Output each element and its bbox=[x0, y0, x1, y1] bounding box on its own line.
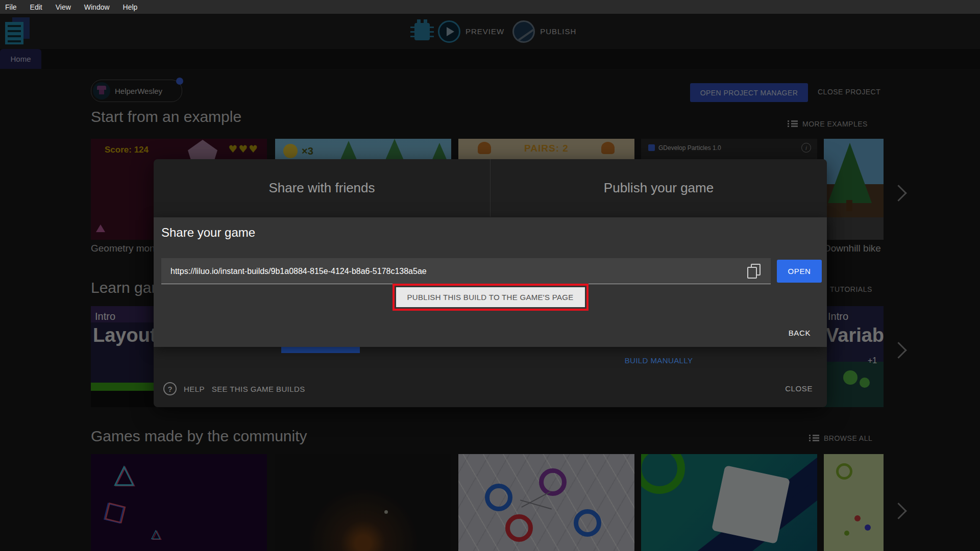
share-your-game-dialog: Share your game OPEN PUBLISH THIS BUILD … bbox=[154, 217, 827, 347]
menu-view[interactable]: View bbox=[49, 3, 78, 11]
share-dialog-title: Share your game bbox=[161, 226, 255, 240]
annotation-highlight: PUBLISH THIS BUILD TO THE GAME'S PAGE bbox=[393, 284, 589, 311]
build-url-input[interactable] bbox=[169, 258, 743, 285]
copy-icon[interactable] bbox=[747, 264, 762, 278]
publish-this-build-button[interactable]: PUBLISH THIS BUILD TO THE GAME'S PAGE bbox=[396, 287, 585, 307]
menu-file[interactable]: File bbox=[0, 3, 23, 11]
menu-edit[interactable]: Edit bbox=[23, 3, 49, 11]
build-url-field bbox=[161, 258, 771, 284]
back-button[interactable]: BACK bbox=[789, 329, 811, 337]
open-link-button[interactable]: OPEN bbox=[777, 260, 822, 283]
menu-help[interactable]: Help bbox=[116, 3, 144, 11]
menu-window[interactable]: Window bbox=[78, 3, 116, 11]
menu-bar: File Edit View Window Help bbox=[0, 0, 980, 14]
